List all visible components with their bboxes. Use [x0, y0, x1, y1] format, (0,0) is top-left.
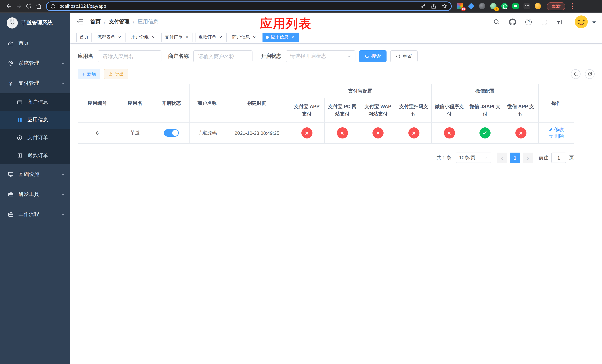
sidebar-item-home[interactable]: 首页	[0, 33, 70, 53]
help-icon[interactable]: ?	[525, 19, 532, 25]
page-size-select[interactable]: 10条/页	[456, 152, 491, 163]
sidebar-item-devtools[interactable]: 研发工具	[0, 184, 70, 204]
col-wechat-mini: 微信小程序支付	[431, 98, 467, 122]
add-button[interactable]: + 新增	[78, 69, 100, 79]
chevron-down-icon	[61, 212, 65, 217]
goto-page-input[interactable]	[551, 152, 566, 163]
extensions-cluster: 10 1	[457, 3, 541, 9]
search-button[interactable]: 搜索	[359, 50, 387, 62]
sidebar-item-pay-order[interactable]: 支付订单	[0, 129, 70, 147]
briefcase-icon	[7, 212, 14, 217]
tab-close-icon[interactable]: ×	[252, 35, 257, 40]
refresh-table-button[interactable]	[585, 69, 595, 79]
edit-link[interactable]: 修改	[549, 126, 564, 133]
cell-merchant: 芋道源码	[189, 122, 225, 143]
sidebar-item-system[interactable]: 系统管理	[0, 53, 70, 73]
pagination-total: 共 1 条	[436, 154, 451, 161]
toggle-search-button[interactable]	[571, 69, 580, 79]
app-logo: 芋道管理系统	[0, 13, 70, 33]
cell-wechat-jsapi: ✓	[467, 122, 503, 143]
browser-menu-icon[interactable]	[568, 2, 576, 10]
tab-close-icon[interactable]: ×	[117, 35, 122, 40]
chevron-down-icon	[61, 192, 65, 197]
app-title: 芋道管理系统	[22, 20, 53, 26]
font-size-icon[interactable]	[557, 18, 563, 25]
bookmark-star-icon[interactable]	[441, 3, 447, 9]
tab-user-group[interactable]: 用户分组 ×	[128, 32, 159, 42]
status-select[interactable]: 请选择开启状态	[286, 50, 355, 62]
sidebar: 芋道管理系统 首页 系统管理 ¥ 支付管理	[0, 13, 70, 364]
extension-icon-4[interactable]: 1	[490, 3, 496, 9]
github-icon[interactable]	[509, 18, 516, 25]
tab-pay-order[interactable]: 支付订单 ×	[161, 32, 193, 42]
sidebar-item-label: 退款订单	[27, 152, 48, 159]
merchant-name-label: 商户名称	[168, 53, 189, 60]
next-page-button[interactable]: ›	[523, 152, 533, 163]
current-page[interactable]: 1	[510, 152, 520, 163]
col-group-wechat: 微信配置	[431, 84, 538, 98]
tab-refund-order[interactable]: 退款订单 ×	[195, 32, 226, 42]
status-toggle[interactable]	[164, 129, 179, 137]
share-icon[interactable]	[430, 3, 437, 9]
sidebar-fold-icon[interactable]	[76, 18, 85, 26]
screen: localhost:1024/pay/app 10 1	[0, 0, 602, 364]
app-table: 应用编号 应用名 开启状态 商户名称 创建时间 支付宝配置 微信配置 操作 支付…	[78, 84, 574, 144]
avatar-caret-icon[interactable]	[592, 21, 596, 25]
url-bar[interactable]: localhost:1024/pay/app	[46, 1, 452, 11]
prev-page-button[interactable]: ‹	[497, 152, 507, 163]
tab-app-info[interactable]: 应用信息 ×	[262, 32, 299, 42]
extension-badge: 10	[461, 7, 466, 11]
export-button[interactable]: 导出	[104, 69, 128, 79]
extension-icon-8[interactable]	[535, 3, 541, 9]
url-text[interactable]: localhost:1024/pay/app	[58, 3, 417, 9]
sidebar-item-payment[interactable]: ¥ 支付管理	[0, 73, 70, 93]
cell-app-name: 芋道	[117, 122, 153, 143]
extension-icon-6[interactable]	[512, 3, 519, 9]
sidebar-item-label: 系统管理	[19, 60, 39, 67]
breadcrumb-payment[interactable]: 支付管理	[109, 19, 129, 25]
tab-close-icon[interactable]: ×	[290, 35, 295, 40]
reset-button-label: 重置	[402, 53, 412, 60]
tab-process-form[interactable]: 流程表单 ×	[94, 32, 126, 42]
extension-icon-2[interactable]	[468, 3, 474, 9]
extension-icon-5[interactable]	[501, 3, 508, 9]
extension-icon-7[interactable]	[524, 3, 530, 9]
col-created: 创建时间	[225, 84, 289, 122]
tab-merchant-info[interactable]: 商户信息 ×	[229, 32, 260, 42]
col-alipay-pc: 支付宝 PC 网站支付	[324, 98, 360, 122]
password-key-icon[interactable]	[420, 3, 426, 9]
search-icon[interactable]	[493, 19, 500, 25]
col-group-alipay: 支付宝配置	[289, 84, 431, 98]
cell-alipay-pc: ×	[324, 122, 360, 143]
site-info-icon[interactable]	[50, 3, 55, 9]
tab-close-icon[interactable]: ×	[218, 35, 223, 40]
tab-home[interactable]: 首页	[76, 32, 92, 42]
breadcrumb-home[interactable]: 首页	[90, 19, 101, 25]
breadcrumb: 首页 / 支付管理 / 应用信息	[90, 19, 159, 25]
status-cross-icon: ×	[408, 127, 419, 139]
reload-icon[interactable]	[24, 1, 34, 11]
chevron-down-icon	[484, 156, 488, 160]
user-avatar[interactable]	[574, 15, 588, 29]
dashboard-icon	[7, 40, 14, 46]
chrome-update-button[interactable]: 更新	[547, 2, 565, 10]
delete-link[interactable]: 删除	[549, 133, 564, 139]
forward-icon[interactable]	[14, 1, 24, 11]
reset-button[interactable]: 重置	[390, 50, 418, 62]
sidebar-item-app-info[interactable]: 应用信息	[0, 111, 70, 129]
home-icon[interactable]	[34, 1, 44, 11]
tags-view-bar: 首页 流程表单 × 用户分组 × 支付订单 × 退款订单 ×	[70, 31, 602, 44]
extension-icon-1[interactable]: 10	[457, 3, 463, 9]
sidebar-item-refund-order[interactable]: 退款订单	[0, 147, 70, 164]
tab-close-icon[interactable]: ×	[151, 35, 156, 40]
tab-close-icon[interactable]: ×	[184, 35, 190, 40]
app-name-input[interactable]	[98, 50, 161, 62]
fullscreen-icon[interactable]	[541, 19, 547, 25]
sidebar-item-merchant-info[interactable]: 商户信息	[0, 93, 70, 111]
cell-wechat-mini: ×	[431, 122, 467, 143]
extension-icon-3[interactable]	[479, 3, 485, 9]
sidebar-item-infrastructure[interactable]: 基础设施	[0, 164, 70, 184]
sidebar-item-workflow[interactable]: 工作流程	[0, 204, 70, 225]
merchant-name-input[interactable]	[193, 50, 252, 62]
back-icon[interactable]	[4, 1, 14, 11]
